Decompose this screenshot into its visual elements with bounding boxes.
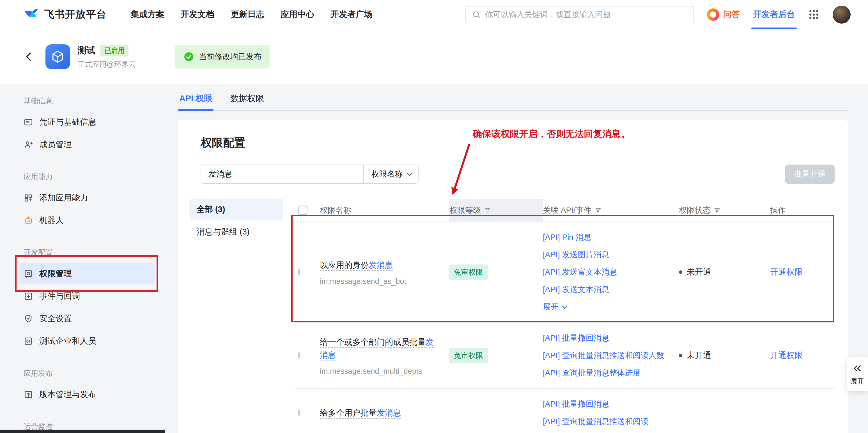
app-subtitle: 正式应用@环界云 [78, 60, 136, 69]
table-row-send-multi-depts: 给一个或多个部门的成员批量发消息 im:message:send_multi_d… [294, 323, 835, 388]
permission-name[interactable]: 以应用的身份发消息 [320, 261, 393, 269]
filter-funnel-icon[interactable] [484, 207, 491, 214]
app-name: 测试 [78, 45, 95, 57]
chevron-down-icon [406, 170, 412, 176]
filter-funnel-icon[interactable] [595, 207, 601, 214]
api-link[interactable]: [API] 批量撤回消息 [543, 395, 671, 413]
sidebar-item-label: 添加应用能力 [39, 192, 88, 204]
column-status: 权限状态 [679, 199, 770, 222]
expand-side-panel-button[interactable]: 展开 [847, 357, 868, 391]
sidebar-item-credentials[interactable]: 凭证与基础信息 [19, 112, 155, 133]
permission-name-cell: 以应用的身份发消息 im:message:send_as_bot [320, 259, 449, 286]
nav-item-developer-plaza[interactable]: 开发者广场 [331, 9, 373, 20]
qa-label: 问答 [723, 9, 740, 20]
api-link[interactable]: [API] 发送富文本消息 [543, 263, 671, 281]
expand-api-list-link[interactable]: 展开 [543, 298, 671, 316]
api-link[interactable]: [API] 发送图片消息 [543, 246, 671, 263]
category-message-group[interactable]: 消息与群组 (3) [189, 221, 283, 242]
sidebar-item-label: 测试企业和人员 [39, 336, 96, 347]
sidebar-item-add-capability[interactable]: 添加应用能力 [19, 187, 155, 209]
sidebar-item-test-company[interactable]: 测试企业和人员 [19, 330, 155, 352]
chevron-down-icon [562, 303, 567, 309]
double-chevron-left-icon [852, 363, 862, 373]
column-level: 权限等级 [449, 199, 543, 222]
sidebar-item-label: 版本管理与发布 [39, 389, 96, 400]
sidebar-item-version-release[interactable]: 版本管理与发布 [19, 384, 155, 405]
api-link[interactable]: [API] 查询批量消息推送和阅读人数 [543, 347, 671, 364]
brand[interactable]: 飞书开放平台 [24, 7, 106, 23]
sidebar-section-dev-config: 开发配置 [24, 248, 153, 258]
nav-item-app-center[interactable]: 应用中心 [281, 9, 314, 20]
nav-item-docs[interactable]: 开发文档 [181, 9, 214, 20]
row-checkbox[interactable] [298, 269, 300, 275]
status-text: 未开通 [687, 266, 711, 278]
sidebar-item-permissions[interactable]: 权限管理 [19, 263, 155, 285]
content-row: 全部 (3) 消息与群组 (3) 权限名称 权限等级 [200, 199, 835, 433]
permission-safe-icon [24, 269, 33, 279]
publish-status-pill: 当前修改均已发布 [175, 45, 270, 68]
topnav-menu: 集成方案 开发文档 更新日志 应用中心 开发者广场 [131, 9, 373, 20]
bottom-dark-strip [0, 430, 165, 433]
api-link[interactable]: [API] 发送文本消息 [543, 281, 671, 298]
qa-link[interactable]: 问答 [707, 8, 740, 21]
nav-item-integration[interactable]: 集成方案 [131, 9, 164, 20]
open-permission-link[interactable]: 开通权限 [770, 266, 835, 278]
permission-name-link[interactable]: 发消息 [369, 261, 393, 269]
page-title: 权限配置 [200, 135, 835, 150]
status-dot-icon [679, 354, 682, 357]
category-list: 全部 (3) 消息与群组 (3) [189, 199, 283, 433]
sidebar-item-security[interactable]: 安全设置 [19, 308, 155, 329]
status-text: 未开通 [687, 350, 711, 361]
sidebar-section-release: 应用发布 [24, 368, 153, 378]
permission-name[interactable]: 给多个用户批量发消息 [320, 408, 401, 417]
level-badge: 免审权限 [449, 348, 488, 363]
api-link[interactable]: [API] 查询批量消息推送和阅读 [543, 413, 671, 430]
global-search-box[interactable] [465, 6, 694, 23]
app-title-block: 测试 已启用 正式应用@环界云 [78, 45, 136, 69]
global-search-input[interactable] [485, 10, 687, 19]
sidebar-section-basic-info: 基础信息 [24, 96, 153, 106]
sidebar-item-members[interactable]: 成员管理 [19, 134, 155, 155]
filter-funnel-icon[interactable] [714, 207, 720, 214]
brand-name: 飞书开放平台 [44, 7, 106, 21]
sidebar-item-label: 权限管理 [39, 268, 72, 280]
category-all[interactable]: 全部 (3) [189, 199, 283, 220]
table-header: 权限名称 权限等级 关联 API/事件 [294, 199, 835, 222]
permission-search-group: 权限名称 [200, 165, 418, 184]
permission-search-input[interactable] [201, 165, 363, 183]
sidebar: 基础信息 凭证与基础信息 成员管理 应用能力 添加应 [0, 84, 158, 433]
api-link[interactable]: [API] 查询批量消息整体进度 [543, 364, 671, 382]
developer-console-link[interactable]: 开发者后台 [753, 0, 795, 29]
credential-icon [24, 117, 33, 127]
status-cell: 未开通 [679, 350, 770, 361]
permission-name[interactable]: 给一个或多个部门的成员批量发消息 [320, 338, 434, 359]
apps-grid-icon[interactable] [808, 9, 820, 21]
main-content: API 权限 数据权限 权限配置 确保该权限开启，否则无法回复消息。 权 [158, 84, 868, 433]
permission-scope: im:message:send_multi_depts [320, 367, 440, 376]
expand-panel-label: 展开 [850, 377, 864, 386]
back-icon[interactable] [24, 51, 34, 62]
tab-api-permissions[interactable]: API 权限 [178, 89, 214, 110]
permission-name-cell: 给多个用户批量发消息 [320, 406, 449, 419]
row-checkbox[interactable] [298, 352, 300, 358]
batch-open-button[interactable]: 批量开通 [785, 165, 835, 184]
row-checkbox[interactable] [298, 409, 300, 416]
qa-icon [707, 8, 719, 21]
nav-item-changelog[interactable]: 更新日志 [230, 9, 264, 20]
open-permission-link[interactable]: 开通权限 [770, 350, 835, 361]
sidebar-section-capabilities: 应用能力 [24, 172, 153, 182]
permission-name-link[interactable]: 发消息 [377, 408, 401, 417]
add-capability-icon [24, 193, 33, 203]
sidebar-item-bot[interactable]: 机器人 [19, 210, 155, 231]
select-all-checkbox[interactable] [298, 206, 308, 215]
tab-data-permissions[interactable]: 数据权限 [229, 89, 265, 110]
search-type-dropdown[interactable]: 权限名称 [363, 165, 418, 183]
api-link[interactable]: [API] Pin 消息 [543, 229, 671, 246]
column-action: 操作 [770, 199, 835, 222]
sidebar-item-label: 凭证与基础信息 [39, 117, 96, 128]
sidebar-item-events[interactable]: 事件与回调 [19, 286, 155, 307]
permission-tabs: API 权限 数据权限 [178, 89, 848, 111]
user-avatar[interactable] [833, 6, 850, 24]
column-api: 关联 API/事件 [543, 199, 679, 222]
api-link[interactable]: [API] 批量撤回消息 [543, 329, 671, 347]
